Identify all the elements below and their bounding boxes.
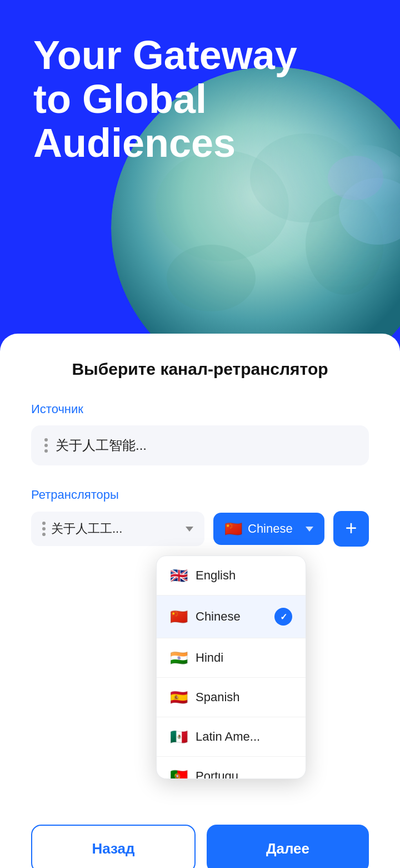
source-dots-icon[interactable] [44, 438, 48, 453]
lang-name-english: English [196, 568, 292, 583]
channel-chevron-icon [186, 527, 193, 532]
next-button[interactable]: Далее [207, 825, 369, 868]
lang-name-portuguese: Portugu... [196, 769, 292, 778]
selected-check-icon [274, 608, 292, 626]
channel-select-text: 关于人工工... [51, 520, 180, 537]
lang-name-chinese: Chinese [196, 609, 267, 624]
dropdown-item-chinese[interactable]: 🇨🇳 Chinese [157, 596, 306, 638]
flag-chinese: 🇨🇳 [170, 609, 188, 624]
flag-latin-ame: 🇲🇽 [170, 730, 188, 744]
hero-title: Your Gateway to Global Audiences [33, 33, 322, 166]
plus-icon: + [345, 518, 357, 538]
add-retranslator-button[interactable]: + [333, 511, 369, 547]
source-box: 关于人工智能... [31, 425, 369, 465]
main-card: Выберите канал-ретранслятор Источник 关于人… [0, 334, 400, 868]
selected-language-text: Chinese [248, 522, 300, 536]
dropdown-item-portuguese[interactable]: 🇵🇹 Portugu... [157, 757, 306, 778]
language-dropdown: 🇬🇧 English 🇨🇳 Chinese 🇮🇳 Hindi 🇪🇸 Spanis… [156, 555, 306, 779]
retranslators-label: Ретрансляторы [31, 488, 369, 502]
lang-name-spanish: Spanish [196, 690, 292, 705]
retranslators-row: 关于人工工... 🇨🇳 Chinese + 🇬🇧 English 🇨🇳 Ch [31, 511, 369, 547]
flag-hindi: 🇮🇳 [170, 651, 188, 665]
channel-selector[interactable]: 关于人工工... [31, 512, 204, 546]
back-button[interactable]: Назад [31, 825, 196, 868]
flag-english: 🇬🇧 [170, 568, 188, 583]
card-title: Выберите канал-ретранслятор [31, 358, 369, 380]
lang-name-hindi: Hindi [196, 651, 292, 665]
dropdown-list: 🇬🇧 English 🇨🇳 Chinese 🇮🇳 Hindi 🇪🇸 Spanis… [157, 556, 306, 778]
dropdown-item-latin-ame[interactable]: 🇲🇽 Latin Ame... [157, 717, 306, 757]
hero-section: Your Gateway to Global Audiences [0, 0, 400, 356]
lang-name-latin-ame: Latin Ame... [196, 730, 292, 744]
language-chevron-icon [306, 527, 313, 532]
dropdown-item-hindi[interactable]: 🇮🇳 Hindi [157, 638, 306, 678]
dropdown-item-english[interactable]: 🇬🇧 English [157, 556, 306, 596]
selected-flag: 🇨🇳 [224, 522, 242, 536]
source-text: 关于人工智能... [56, 437, 147, 454]
channel-dots-icon [42, 522, 46, 536]
flag-portuguese: 🇵🇹 [170, 769, 188, 778]
language-selector[interactable]: 🇨🇳 Chinese [213, 513, 324, 545]
bottom-buttons: Назад Далее [31, 825, 369, 868]
dropdown-item-spanish[interactable]: 🇪🇸 Spanish [157, 678, 306, 717]
flag-spanish: 🇪🇸 [170, 690, 188, 705]
source-label: Источник [31, 402, 369, 416]
